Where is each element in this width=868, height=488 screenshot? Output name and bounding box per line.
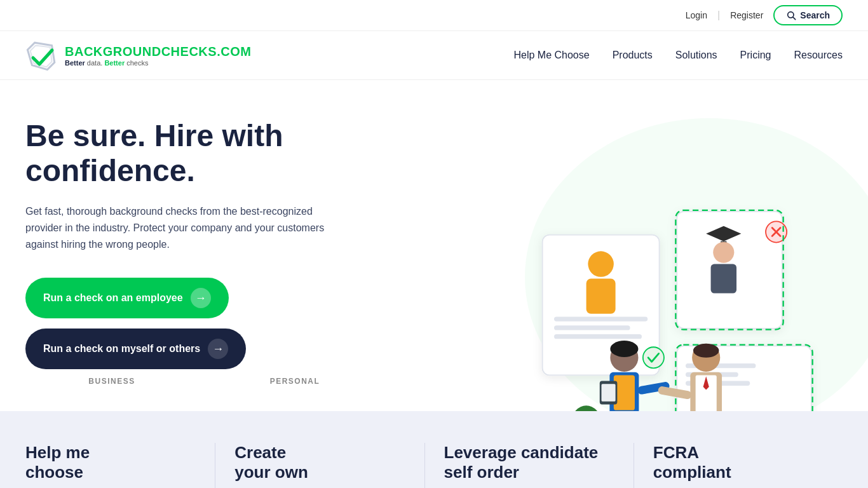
svg-marker-2 [25, 39, 58, 72]
hero-subtitle: Get fast, thorough background checks fro… [25, 203, 343, 252]
search-icon [786, 10, 796, 20]
bottom-card-help: Help mechoose Use a self-service guide t… [25, 443, 215, 488]
bottom-card-create-title: Createyour own [234, 443, 405, 482]
svg-rect-15 [711, 264, 736, 294]
svg-rect-9 [554, 334, 642, 339]
business-label: BUSINESS [25, 377, 198, 386]
btn-labels: BUSINESS PERSONAL [25, 377, 381, 386]
svg-point-5 [588, 251, 613, 276]
hero-section: Be sure. Hire with confidence. Get fast,… [0, 80, 868, 411]
svg-point-37 [693, 344, 719, 358]
nav-products[interactable]: Products [613, 50, 653, 61]
personal-label: PERSONAL [208, 377, 381, 386]
svg-rect-7 [554, 316, 648, 321]
bottom-card-help-title: Help mechoose [25, 443, 196, 482]
bottom-card-fcra: FCRAcompliant Get suggestions to comply … [634, 443, 843, 488]
logo-icon [25, 39, 58, 72]
logo[interactable]: BACKGROUNDCHECKS.COM Better data. Better… [25, 39, 251, 72]
btn-business-arrow: → [191, 288, 211, 308]
hero-illustration [474, 112, 868, 411]
logo-tagline: Better data. Better checks [65, 59, 251, 67]
hero-illustration-svg [474, 188, 868, 411]
svg-line-1 [793, 17, 796, 20]
logo-text-main: BACKGROUNDCHECKS.COM [65, 44, 251, 59]
top-bar: Login | Register Search [0, 0, 868, 31]
nav-help-me-choose[interactable]: Help Me Choose [513, 50, 589, 61]
nav-solutions[interactable]: Solutions [675, 50, 717, 61]
nav-resources[interactable]: Resources [794, 50, 843, 61]
header: BACKGROUNDCHECKS.COM Better data. Better… [0, 31, 868, 80]
bottom-section: Help mechoose Use a self-service guide t… [0, 411, 868, 488]
btn-personal-label: Run a check on myself or others [43, 343, 200, 355]
hero-title: Be sure. Hire with confidence. [25, 118, 381, 188]
login-link[interactable]: Login [686, 10, 707, 20]
hero-buttons: Run a check on an employee → Run a check… [25, 278, 381, 369]
svg-point-27 [610, 341, 638, 357]
register-link[interactable]: Register [730, 10, 763, 20]
svg-rect-6 [587, 279, 616, 314]
divider: | [717, 10, 720, 21]
svg-rect-35 [602, 384, 616, 402]
search-button[interactable]: Search [773, 5, 843, 25]
bottom-card-leverage-title: Leverage candidateself order [444, 443, 614, 482]
main-nav: Help Me Choose Products Solutions Pricin… [513, 50, 843, 61]
svg-point-10 [643, 347, 664, 368]
svg-point-48 [572, 405, 601, 411]
bottom-card-fcra-title: FCRAcompliant [653, 443, 824, 482]
run-check-personal-button[interactable]: Run a check on myself or others → [25, 329, 246, 369]
run-check-employee-button[interactable]: Run a check on an employee → [25, 278, 229, 318]
svg-rect-8 [554, 325, 630, 330]
bottom-card-create: Createyour own If you don't find the sta… [215, 443, 424, 488]
nav-pricing[interactable]: Pricing [740, 50, 771, 61]
btn-personal-arrow: → [208, 339, 228, 359]
bottom-card-leverage: Leverage candidateself order Reduce admi… [425, 443, 634, 488]
btn-business-label: Run a check on an employee [43, 292, 183, 304]
search-label: Search [800, 10, 830, 20]
hero-content: Be sure. Hire with confidence. Get fast,… [25, 118, 381, 386]
svg-point-14 [713, 242, 734, 263]
